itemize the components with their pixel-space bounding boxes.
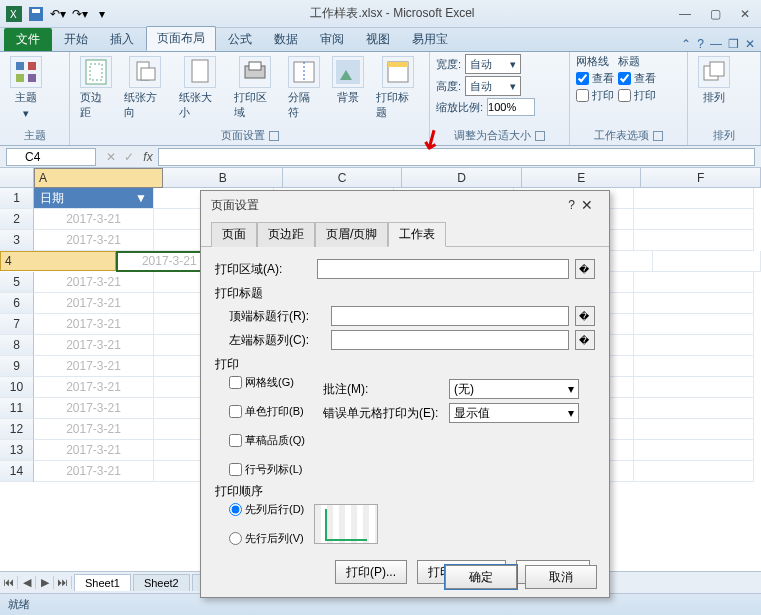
row-header[interactable]: 2 <box>0 209 34 230</box>
maximize-button[interactable]: ▢ <box>703 7 727 21</box>
cell[interactable] <box>634 377 754 398</box>
sheet-tab-2[interactable]: Sheet2 <box>133 574 190 591</box>
cell[interactable]: 2017-3-21 <box>34 209 154 230</box>
cell[interactable] <box>634 230 754 251</box>
ok-button[interactable]: 确定 <box>445 565 517 589</box>
scale-input[interactable] <box>487 98 535 116</box>
col-header-b[interactable]: B <box>163 168 283 187</box>
tab-home[interactable]: 开始 <box>54 28 98 51</box>
rows-repeat-input[interactable] <box>331 306 569 326</box>
header-cell[interactable]: 日期▼ <box>34 188 154 209</box>
width-select[interactable]: 自动▾ <box>465 54 521 74</box>
cols-repeat-ref-icon[interactable]: � ⁠ <box>575 330 595 350</box>
row-header[interactable]: 7 <box>0 314 34 335</box>
orientation-button[interactable]: 纸张方向 <box>120 54 171 122</box>
print-button[interactable]: 打印(P)... <box>335 560 407 584</box>
tab-formulas[interactable]: 公式 <box>218 28 262 51</box>
cell[interactable] <box>634 293 754 314</box>
height-select[interactable]: 自动▾ <box>465 76 521 96</box>
cell[interactable] <box>653 251 761 272</box>
gridlines-view-check[interactable]: 查看 <box>576 71 614 86</box>
cell[interactable] <box>634 419 754 440</box>
cell[interactable]: 2017-3-21 <box>34 398 154 419</box>
size-button[interactable]: 纸张大小 <box>175 54 226 122</box>
minimize-button[interactable]: — <box>673 7 697 21</box>
cell[interactable]: 2017-3-21 <box>34 440 154 461</box>
printtitles-button[interactable]: 打印标题 <box>372 54 423 122</box>
row-header[interactable]: 9 <box>0 356 34 377</box>
row-header[interactable]: 11 <box>0 398 34 419</box>
row-header[interactable]: 6 <box>0 293 34 314</box>
window-restore-icon[interactable]: ❐ <box>728 37 739 51</box>
pagesetup-launcher-icon[interactable] <box>269 131 279 141</box>
help-icon[interactable]: ? <box>697 37 704 51</box>
order-overdown-radio[interactable]: 先行后列(V) <box>229 531 304 546</box>
dialog-tab-sheet[interactable]: 工作表 <box>388 222 446 247</box>
tab-data[interactable]: 数据 <box>264 28 308 51</box>
headings-print-check[interactable]: 打印 <box>618 88 656 103</box>
cell[interactable]: 2017-3-21 <box>34 377 154 398</box>
row-header[interactable]: 12 <box>0 419 34 440</box>
row-header[interactable]: 10 <box>0 377 34 398</box>
cell[interactable] <box>634 461 754 482</box>
cell[interactable] <box>634 440 754 461</box>
cell[interactable] <box>634 314 754 335</box>
tab-pagelayout[interactable]: 页面布局 <box>146 26 216 51</box>
name-box[interactable] <box>6 148 96 166</box>
tab-insert[interactable]: 插入 <box>100 28 144 51</box>
sheet-tab-1[interactable]: Sheet1 <box>74 574 131 591</box>
cell[interactable] <box>634 398 754 419</box>
scale-launcher-icon[interactable] <box>535 131 545 141</box>
headings-view-check[interactable]: 查看 <box>618 71 656 86</box>
row-header[interactable]: 1 <box>0 188 34 209</box>
cell[interactable] <box>634 209 754 230</box>
dialog-tab-page[interactable]: 页面 <box>211 222 257 247</box>
comments-select[interactable]: (无)▾ <box>449 379 579 399</box>
row-header[interactable]: 8 <box>0 335 34 356</box>
cancel-formula-icon[interactable]: ✕ <box>102 150 120 164</box>
cell[interactable]: 2017-3-21 <box>34 335 154 356</box>
col-header-e[interactable]: E <box>522 168 642 187</box>
tab-review[interactable]: 审阅 <box>310 28 354 51</box>
printarea-button[interactable]: 打印区域 <box>230 54 281 122</box>
cell[interactable]: 2017-3-21 <box>34 293 154 314</box>
close-button[interactable]: ✕ <box>733 7 757 21</box>
cell[interactable] <box>634 335 754 356</box>
select-all-corner[interactable] <box>0 168 34 187</box>
tab-nav-next-icon[interactable]: ▶ <box>36 576 54 589</box>
cell[interactable]: 2017-3-21 <box>34 461 154 482</box>
print-bw-check[interactable]: 单色打印(B) <box>229 404 305 419</box>
cell[interactable]: 2017-3-21 <box>34 272 154 293</box>
cell[interactable] <box>634 356 754 377</box>
excel-icon[interactable]: X <box>4 4 24 24</box>
tab-view[interactable]: 视图 <box>356 28 400 51</box>
cell[interactable]: 2017-3-21 <box>34 230 154 251</box>
print-draft-check[interactable]: 草稿品质(Q) <box>229 433 305 448</box>
cell[interactable]: 2017-3-21 <box>34 314 154 335</box>
cancel-button[interactable]: 取消 <box>525 565 597 589</box>
breaks-button[interactable]: 分隔符 <box>284 54 324 122</box>
order-downover-radio[interactable]: 先列后行(D) <box>229 502 304 517</box>
dialog-help-icon[interactable]: ? <box>568 198 575 212</box>
col-header-f[interactable]: F <box>641 168 761 187</box>
minimize-ribbon-icon[interactable]: ⌃ <box>681 37 691 51</box>
row-header[interactable]: 5 <box>0 272 34 293</box>
col-header-c[interactable]: C <box>283 168 403 187</box>
dialog-close-icon[interactable]: ✕ <box>575 197 599 213</box>
row-header[interactable]: 14 <box>0 461 34 482</box>
cell[interactable] <box>634 272 754 293</box>
col-header-d[interactable]: D <box>402 168 522 187</box>
window-close-icon[interactable]: ✕ <box>745 37 755 51</box>
arrange-button[interactable]: 排列 <box>694 54 734 107</box>
save-icon[interactable] <box>26 4 46 24</box>
fx-icon[interactable]: fx <box>138 150 158 164</box>
row-header[interactable]: 13 <box>0 440 34 461</box>
sheetoptions-launcher-icon[interactable] <box>653 131 663 141</box>
errors-select[interactable]: 显示值▾ <box>449 403 579 423</box>
file-tab[interactable]: 文件 <box>4 28 52 51</box>
cell[interactable]: 2017-3-21 <box>34 419 154 440</box>
tab-nav-prev-icon[interactable]: ◀ <box>18 576 36 589</box>
print-rowcol-check[interactable]: 行号列标(L) <box>229 462 305 477</box>
tab-addin[interactable]: 易用宝 <box>402 28 458 51</box>
qat-customize-icon[interactable]: ▾ <box>92 4 112 24</box>
